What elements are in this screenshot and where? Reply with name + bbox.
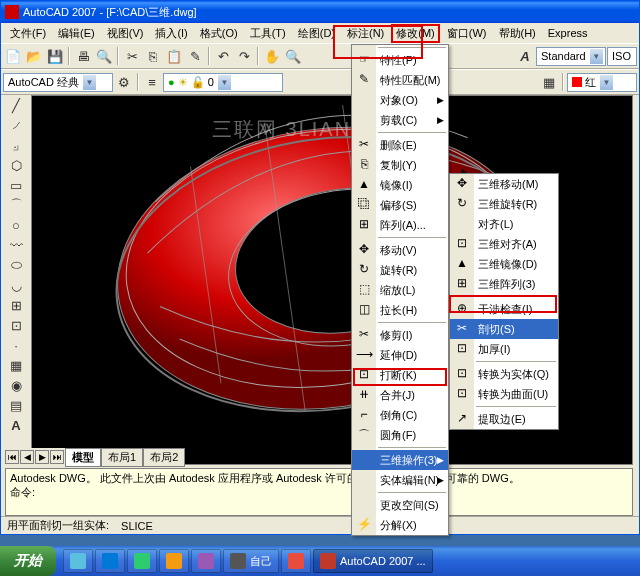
workspace-combo[interactable]: AutoCAD 经典▼ <box>3 73 113 92</box>
menu-item[interactable]: 更改空间(S) <box>352 495 448 515</box>
menu-item[interactable]: 视图(V) <box>102 24 149 43</box>
menu-item[interactable]: 三维操作(3)▶ <box>352 450 448 470</box>
region-icon[interactable]: ◉ <box>5 375 27 395</box>
redo-icon[interactable]: ↷ <box>234 46 254 66</box>
iso-combo[interactable]: ISO <box>607 47 637 66</box>
menu-item[interactable]: 对齐(L) <box>450 214 558 234</box>
ellipsearc-icon[interactable]: ◡ <box>5 275 27 295</box>
menu-item[interactable]: ⊡加厚(I) <box>450 339 558 359</box>
menu-item[interactable]: ↻旋转(R) <box>352 260 448 280</box>
menu-item[interactable]: 编辑(E) <box>53 24 100 43</box>
pline-icon[interactable]: ⟓ <box>5 135 27 155</box>
menu-item[interactable]: ✂剖切(S) <box>450 319 558 339</box>
color-combo[interactable]: 红▼ <box>567 73 637 92</box>
style-combo[interactable]: Standard▼ <box>536 47 606 66</box>
text-icon[interactable]: A <box>5 415 27 435</box>
layout-tab[interactable]: 布局1 <box>101 448 143 467</box>
taskbar-item[interactable] <box>281 549 311 573</box>
point-icon[interactable]: · <box>5 335 27 355</box>
taskbar-item[interactable]: 自己 <box>223 549 279 573</box>
taskbar-item[interactable] <box>95 549 125 573</box>
command-line[interactable]: Autodesk DWG。 此文件上次由 Autodesk 应用程序或 Auto… <box>5 468 633 516</box>
menu-item[interactable]: ↻三维旋转(R) <box>450 194 558 214</box>
menu-item[interactable]: ⎘复制(Y) <box>352 155 448 175</box>
pan-icon[interactable]: ✋ <box>262 46 282 66</box>
layout-tab[interactable]: 模型 <box>65 448 101 467</box>
menu-item[interactable]: ✂删除(E) <box>352 135 448 155</box>
menu-item[interactable]: ⊞阵列(A)... <box>352 215 448 235</box>
menu-item[interactable]: 文件(F) <box>5 24 51 43</box>
menu-item[interactable]: 格式(O) <box>195 24 243 43</box>
block-icon[interactable]: ▦ <box>539 72 559 92</box>
new-icon[interactable]: 📄 <box>3 46 23 66</box>
taskbar-item[interactable] <box>191 549 221 573</box>
menu-item[interactable]: ✎特性匹配(M) <box>352 70 448 90</box>
hatch-icon[interactable]: ▦ <box>5 355 27 375</box>
copy-icon[interactable]: ⎘ <box>143 46 163 66</box>
gear-icon[interactable]: ⚙ <box>114 72 134 92</box>
taskbar-item[interactable]: AutoCAD 2007 ... <box>313 549 433 573</box>
menu-item[interactable]: 标注(N) <box>342 24 389 43</box>
menu-item[interactable]: ⌒圆角(F) <box>352 425 448 445</box>
menu-item[interactable]: 窗口(W) <box>442 24 492 43</box>
rect-icon[interactable]: ▭ <box>5 175 27 195</box>
menu-item[interactable]: Express <box>543 25 593 41</box>
cut-icon[interactable]: ✂ <box>122 46 142 66</box>
menu-item[interactable]: ▲镜像(I) <box>352 175 448 195</box>
start-button[interactable]: 开始 <box>0 546 56 576</box>
layer-icon[interactable]: ≡ <box>142 72 162 92</box>
tab-nav[interactable]: ▶ <box>35 450 49 464</box>
menu-item[interactable]: ⚡分解(X) <box>352 515 448 535</box>
modify-menu[interactable]: ☞特性(P)✎特性匹配(M)对象(O)▶剪载(C)▶✂删除(E)⎘复制(Y)▲镜… <box>351 44 449 536</box>
print-icon[interactable]: 🖶 <box>73 46 93 66</box>
menu-item[interactable]: ⬚缩放(L) <box>352 280 448 300</box>
menu-item[interactable]: ⌐倒角(C) <box>352 405 448 425</box>
menu-item[interactable]: ✂修剪(I) <box>352 325 448 345</box>
3dops-submenu[interactable]: ✥三维移动(M)↻三维旋转(R)对齐(L)⊡三维对齐(A)▲三维镜像(D)⊞三维… <box>449 173 559 430</box>
menu-item[interactable]: ⊡打断(K) <box>352 365 448 385</box>
menu-item[interactable]: 修改(M) <box>391 24 440 43</box>
menu-item[interactable]: ✥三维移动(M) <box>450 174 558 194</box>
menu-item[interactable]: 对象(O)▶ <box>352 90 448 110</box>
insert-icon[interactable]: ⊞ <box>5 295 27 315</box>
menu-item[interactable]: ☞特性(P) <box>352 50 448 70</box>
xline-icon[interactable]: ⟋ <box>5 115 27 135</box>
a-icon[interactable]: A <box>515 46 535 66</box>
paste-icon[interactable]: 📋 <box>164 46 184 66</box>
menu-item[interactable]: 实体编辑(N)▶ <box>352 470 448 490</box>
menu-item[interactable]: ⧺合并(J) <box>352 385 448 405</box>
menu-item[interactable]: ⊡转换为曲面(U) <box>450 384 558 404</box>
arc-icon[interactable]: ⌒ <box>5 195 27 215</box>
preview-icon[interactable]: 🔍 <box>94 46 114 66</box>
menu-item[interactable]: ✥移动(V) <box>352 240 448 260</box>
line-icon[interactable]: ╱ <box>5 95 27 115</box>
ellipse-icon[interactable]: ⬭ <box>5 255 27 275</box>
tab-nav[interactable]: ◀ <box>20 450 34 464</box>
open-icon[interactable]: 📂 <box>24 46 44 66</box>
menu-item[interactable]: ⿻偏移(S) <box>352 195 448 215</box>
save-icon[interactable]: 💾 <box>45 46 65 66</box>
spline-icon[interactable]: 〰 <box>5 235 27 255</box>
menu-item[interactable]: 绘图(D) <box>293 24 340 43</box>
menu-item[interactable]: 帮助(H) <box>494 24 541 43</box>
menu-item[interactable]: 插入(I) <box>150 24 192 43</box>
block-icon[interactable]: ⊡ <box>5 315 27 335</box>
match-icon[interactable]: ✎ <box>185 46 205 66</box>
menu-item[interactable]: ⊡三维对齐(A) <box>450 234 558 254</box>
circle-icon[interactable]: ○ <box>5 215 27 235</box>
menu-item[interactable]: ⊞三维阵列(3) <box>450 274 558 294</box>
polygon-icon[interactable]: ⬡ <box>5 155 27 175</box>
tab-nav[interactable]: ⏮ <box>5 450 19 464</box>
menu-item[interactable]: ↗提取边(E) <box>450 409 558 429</box>
menu-item[interactable]: ⊕干涉检查(I) <box>450 299 558 319</box>
layout-tab[interactable]: 布局2 <box>143 448 185 467</box>
menu-item[interactable]: ⟶延伸(D) <box>352 345 448 365</box>
table-icon[interactable]: ▤ <box>5 395 27 415</box>
undo-icon[interactable]: ↶ <box>213 46 233 66</box>
taskbar-item[interactable] <box>127 549 157 573</box>
menu-item[interactable]: ⊡转换为实体(Q) <box>450 364 558 384</box>
layer-combo[interactable]: ● ☀ 🔓 0▼ <box>163 73 283 92</box>
taskbar-item[interactable] <box>63 549 93 573</box>
taskbar-item[interactable] <box>159 549 189 573</box>
menu-item[interactable]: 工具(T) <box>245 24 291 43</box>
